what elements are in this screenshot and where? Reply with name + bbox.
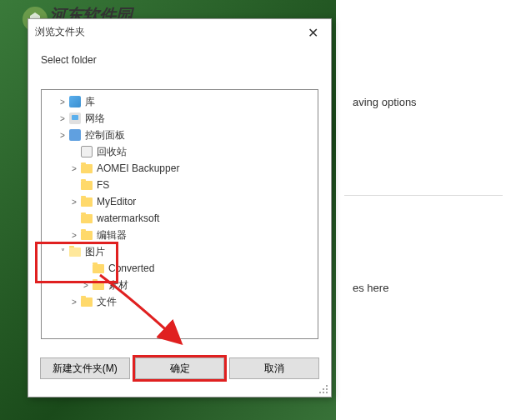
tree-item[interactable]: >素材	[42, 277, 318, 293]
tree-item-label: 控制面板	[85, 128, 125, 142]
expand-icon[interactable]: >	[80, 281, 92, 290]
tree-item-label: AOMEI Backupper	[97, 162, 179, 174]
dialog-title: 浏览文件夹	[35, 25, 85, 39]
recycle-icon	[80, 145, 93, 158]
divider	[344, 195, 503, 196]
tree-item-label: FS	[97, 179, 109, 191]
dialog-body: Select folder >库>网络>控制面板回收站>AOMEI Backup…	[28, 44, 331, 349]
svg-point-3	[319, 392, 321, 393]
folder-icon	[80, 212, 93, 225]
dialog-titlebar[interactable]: 浏览文件夹 ✕	[28, 19, 331, 44]
control-icon	[68, 128, 82, 142]
tree-item-label: Converted	[108, 262, 154, 274]
expand-icon[interactable]: >	[57, 131, 68, 140]
folder-tree[interactable]: >库>网络>控制面板回收站>AOMEI BackupperFS>MyEditor…	[41, 89, 318, 339]
resize-grip[interactable]	[318, 383, 329, 395]
library-icon	[68, 95, 82, 108]
tree-item-label: MyEditor	[97, 196, 136, 208]
svg-point-4	[323, 392, 324, 393]
tree-item[interactable]: FS	[42, 177, 318, 193]
folder-icon	[80, 162, 93, 175]
tree-item-label: watermarksoft	[97, 212, 159, 224]
expand-icon[interactable]: >	[57, 98, 68, 107]
network-icon	[68, 112, 82, 125]
tree-item-label: 回收站	[97, 145, 127, 159]
tree-item-label: 素材	[108, 278, 128, 292]
folder-icon	[80, 195, 93, 208]
browse-folder-dialog: 浏览文件夹 ✕ Select folder >库>网络>控制面板回收站>AOME…	[28, 18, 332, 398]
tree-item[interactable]: >MyEditor	[42, 193, 318, 210]
folder-icon	[80, 228, 93, 242]
right-panel-text: es here	[353, 282, 388, 294]
tree-item[interactable]: >编辑器	[42, 227, 318, 243]
right-panel-text: aving options	[353, 96, 417, 108]
tree-item[interactable]: Converted	[42, 260, 318, 277]
dialog-button-row: 新建文件夹(M) 确定 取消	[28, 349, 331, 388]
tree-item[interactable]: >网络	[42, 110, 318, 127]
expand-icon[interactable]: >	[68, 231, 80, 240]
folder-icon	[80, 178, 93, 192]
tree-item[interactable]: >控制面板	[42, 127, 318, 143]
tree-item-label: 文件	[97, 295, 117, 309]
tree-item-label: 库	[85, 95, 95, 109]
tree-item-label: 图片	[85, 245, 105, 259]
ok-button[interactable]: 确定	[135, 358, 225, 379]
tree-item-label: 编辑器	[97, 228, 127, 242]
folder-icon	[80, 295, 93, 308]
expand-icon[interactable]: >	[57, 114, 68, 123]
expand-icon[interactable]: >	[68, 198, 80, 207]
expand-icon[interactable]: ˅	[57, 248, 68, 257]
tree-item[interactable]: 回收站	[42, 143, 318, 160]
tree-item[interactable]: >文件	[42, 293, 318, 310]
expand-icon[interactable]: >	[68, 298, 80, 307]
expand-icon[interactable]: >	[68, 164, 80, 173]
tree-item[interactable]: ˅图片	[42, 243, 318, 260]
folder-open-icon	[68, 245, 82, 258]
dialog-label: Select folder	[41, 54, 318, 66]
svg-point-5	[326, 392, 328, 393]
cancel-button[interactable]: 取消	[229, 358, 319, 379]
new-folder-button[interactable]: 新建文件夹(M)	[40, 358, 130, 379]
svg-point-0	[326, 385, 328, 387]
folder-icon	[92, 262, 105, 275]
tree-item[interactable]: watermarksoft	[42, 210, 318, 227]
tree-item[interactable]: >库	[42, 93, 318, 110]
close-icon: ✕	[308, 25, 318, 41]
svg-point-1	[323, 388, 324, 390]
tree-item-label: 网络	[85, 112, 105, 126]
right-panel: aving options es here	[336, 0, 511, 420]
tree-item[interactable]: >AOMEI Backupper	[42, 160, 318, 177]
close-button[interactable]: ✕	[296, 21, 329, 44]
svg-point-2	[326, 388, 328, 390]
folder-icon	[92, 278, 105, 292]
